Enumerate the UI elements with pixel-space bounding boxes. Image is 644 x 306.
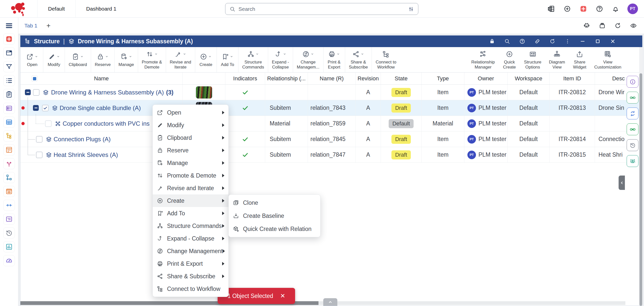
app-logo[interactable]: [0, 0, 37, 17]
bell-button[interactable]: [611, 5, 620, 13]
sidebar-item-eye-window[interactable]: [3, 186, 15, 197]
select-all-checkbox[interactable]: [31, 76, 37, 82]
toast-close-icon[interactable]: ✕: [280, 293, 285, 299]
toolbar-quick-create-button[interactable]: Quick Create: [499, 47, 520, 72]
hamburger-menu-button[interactable]: [4, 21, 15, 31]
minimize-button[interactable]: [579, 38, 586, 45]
menu-item-change-management[interactable]: Change Management: [153, 245, 228, 257]
row-action-people-button[interactable]: [627, 155, 638, 167]
toolbar-view-customization-button[interactable]: View Customization: [590, 47, 625, 72]
maximize-button[interactable]: [594, 38, 601, 45]
toolbar-open-button[interactable]: Open: [21, 47, 43, 72]
workspace-tab-default[interactable]: Default: [37, 0, 75, 17]
menu-item-connect-to-workflow[interactable]: Connect to Workflow: [153, 283, 228, 295]
toolbar-structure-commands-button[interactable]: Structure Commands: [238, 47, 268, 72]
toolbar-share-subscribe-button[interactable]: Share & Subscribe: [345, 47, 372, 72]
sidebar-item-form-card[interactable]: [3, 103, 15, 114]
toolbar-relationship-manager-button[interactable]: Relationship Manager: [467, 47, 499, 72]
sidebar-item-funnel[interactable]: [3, 61, 15, 72]
menu-item-revise-and-iterate[interactable]: Revise and Iterate: [153, 182, 228, 194]
menu-item-structure-commands[interactable]: Structure Commands: [153, 220, 228, 232]
refresh-button[interactable]: [549, 38, 556, 45]
submenu-item-create-baseline[interactable]: Create Baseline: [229, 209, 320, 222]
column-header-type[interactable]: Type: [422, 73, 464, 84]
row-checkbox[interactable]: [42, 105, 49, 111]
toolbar-revise-and-iterate-button[interactable]: Revise and Iterate: [166, 47, 195, 72]
toolbar-add-to-button[interactable]: Add To: [217, 47, 238, 72]
toolbar-connect-to-workflow-button[interactable]: Connect to Workflow: [372, 47, 400, 72]
row-checkbox[interactable]: [33, 89, 39, 96]
sidebar-item-list[interactable]: [3, 75, 15, 86]
eye-button[interactable]: [629, 22, 637, 30]
row-action-link-h-button[interactable]: [627, 92, 638, 104]
kebab-button[interactable]: [564, 38, 571, 45]
row-checkbox[interactable]: [45, 120, 52, 127]
sidebar-item-workflow-teal[interactable]: [3, 172, 15, 183]
user-avatar[interactable]: PT: [627, 4, 638, 14]
menu-item-add-to[interactable]: Add To: [153, 207, 228, 220]
tree-collapse-toggle[interactable]: [25, 89, 31, 95]
toolbar-diagram-view-button[interactable]: Diagram View: [545, 47, 569, 72]
horizontal-scrollbar[interactable]: [20, 301, 625, 305]
sidebar-item-plus-square[interactable]: [3, 33, 15, 45]
menu-item-manage[interactable]: Manage: [153, 157, 228, 169]
menu-item-promote-demote[interactable]: Promote & Demote: [153, 169, 228, 182]
toolbar-change-managem-button[interactable]: Change Managem...: [293, 47, 323, 72]
dashboard-tab[interactable]: Dashboard 1: [75, 0, 127, 17]
sidebar-item-history[interactable]: [3, 227, 15, 239]
plus-square-button[interactable]: [579, 5, 588, 13]
toolbar-clipboard-button[interactable]: Clipboard: [65, 47, 91, 72]
toolbar-structure-options-button[interactable]: Structure Options: [520, 47, 545, 72]
robot-button[interactable]: [583, 22, 591, 30]
menu-item-clipboard[interactable]: Clipboard: [153, 131, 228, 144]
toolbar-manage-button[interactable]: Manage: [114, 47, 138, 72]
column-header-owner[interactable]: Owner: [464, 73, 508, 84]
column-header-name-r[interactable]: Name (R): [308, 73, 356, 84]
toolbar-reserve-button[interactable]: Reserve: [91, 47, 114, 72]
sidebar-item-tree-gold[interactable]: [3, 130, 15, 142]
toolbar-expand-collapse-button[interactable]: Expand - Collapse: [268, 47, 293, 72]
vertical-scrollbar[interactable]: [639, 47, 642, 306]
toolbar-share-widget-button[interactable]: Share Widget: [569, 47, 590, 72]
toolbar-create-button[interactable]: Create: [195, 47, 217, 72]
toolbar-modify-button[interactable]: Modify: [43, 47, 65, 72]
close-button[interactable]: [610, 38, 616, 45]
submenu-item-clone[interactable]: Clone: [229, 196, 320, 209]
menu-item-expand-collapse[interactable]: Expand - Collapse: [153, 232, 228, 245]
row-action-history-button[interactable]: [627, 139, 638, 151]
column-header-relationship[interactable]: Relationship (...: [265, 73, 308, 84]
submenu-item-quick-create-with-relation[interactable]: Quick Create with Relation: [229, 222, 320, 235]
search-input[interactable]: [238, 6, 408, 12]
menu-item-print-export[interactable]: Print & Export: [153, 257, 228, 270]
sidebar-item-bar-chart[interactable]: [3, 241, 15, 252]
excel-grid-button[interactable]: [547, 5, 555, 13]
table-row-5[interactable]: Heat Shrink Sleeves (A)Subitemrelation_7…: [20, 147, 642, 163]
help-button[interactable]: [595, 5, 604, 13]
column-header-item-id[interactable]: Item ID: [550, 73, 595, 84]
row-action-link-h-button[interactable]: [627, 123, 638, 135]
menu-item-open[interactable]: Open: [153, 106, 228, 119]
toolbar-print-export-button[interactable]: Print & Export: [323, 47, 345, 72]
table-row-2[interactable]: Drone Single cable Bundle (A)Subitemrela…: [20, 100, 642, 116]
tray-button[interactable]: [598, 22, 606, 30]
link-button[interactable]: [534, 38, 541, 45]
tab-1[interactable]: Tab 1: [24, 23, 37, 29]
column-header-indicators[interactable]: Indicators: [225, 73, 265, 84]
sidebar-item-branch-split[interactable]: [3, 158, 15, 169]
lock-button[interactable]: [489, 38, 495, 45]
sidebar-item-window-browser[interactable]: [3, 47, 15, 58]
column-header-thumbnail[interactable]: [183, 73, 225, 84]
sidebar-item-doc-lines[interactable]: [3, 214, 15, 225]
sidebar-item-kanban[interactable]: [3, 144, 15, 155]
add-tab-button[interactable]: +: [46, 22, 50, 30]
refresh-button[interactable]: [614, 22, 622, 30]
tree-collapse-toggle[interactable]: [33, 105, 39, 111]
help-button[interactable]: [519, 38, 526, 45]
sidebar-item-grid-table[interactable]: [3, 117, 15, 128]
row-action-sync-button[interactable]: [627, 108, 638, 119]
scroll-up-button[interactable]: [323, 298, 337, 306]
search-button[interactable]: [504, 38, 510, 45]
sidebar-item-converge[interactable]: [3, 200, 15, 211]
menu-item-share-subscribe[interactable]: Share & Subscribe: [153, 270, 228, 283]
menu-item-create[interactable]: Create: [153, 194, 228, 207]
